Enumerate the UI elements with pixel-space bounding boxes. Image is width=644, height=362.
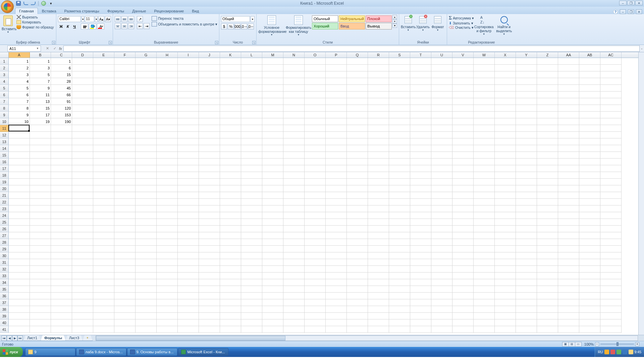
cell[interactable]: [283, 159, 305, 165]
cell[interactable]: [537, 219, 558, 226]
cell[interactable]: [452, 92, 474, 98]
cell[interactable]: [93, 306, 114, 313]
cell[interactable]: [305, 152, 326, 159]
cell[interactable]: [389, 313, 410, 319]
cell[interactable]: [51, 293, 72, 299]
cell[interactable]: [410, 246, 431, 252]
row-header[interactable]: 18: [0, 172, 9, 179]
cell[interactable]: [199, 112, 220, 118]
cell[interactable]: [326, 85, 347, 92]
align-top-button[interactable]: [115, 16, 121, 22]
cell[interactable]: [474, 266, 495, 273]
cell[interactable]: [199, 319, 220, 326]
cell[interactable]: [389, 259, 410, 266]
column-headers[interactable]: ABCDEFGHIJKLMNOPQRSTUVWXYZAAABAC: [0, 52, 638, 58]
vertical-scrollbar[interactable]: [638, 52, 644, 335]
row-header[interactable]: 15: [0, 152, 9, 159]
sheet-tab[interactable]: Лист1: [23, 335, 41, 341]
cell[interactable]: [241, 105, 262, 112]
cell[interactable]: [72, 252, 93, 259]
cell[interactable]: [579, 232, 600, 239]
cell[interactable]: [157, 212, 178, 219]
column-header[interactable]: T: [410, 52, 431, 58]
cell[interactable]: [136, 239, 157, 246]
cell[interactable]: [389, 159, 410, 165]
cell[interactable]: [93, 286, 114, 293]
cell[interactable]: [347, 105, 368, 112]
merge-center-button[interactable]: Объединить и поместить в центре ▾: [152, 22, 217, 26]
cell[interactable]: [558, 219, 579, 226]
cell[interactable]: [30, 319, 51, 326]
cell[interactable]: [157, 98, 178, 105]
cell[interactable]: [114, 192, 136, 199]
cell[interactable]: [157, 159, 178, 165]
cell[interactable]: [368, 279, 389, 286]
cell[interactable]: [241, 199, 262, 205]
cell[interactable]: [199, 58, 220, 65]
cell[interactable]: [9, 319, 30, 326]
cell[interactable]: [9, 286, 30, 293]
cell[interactable]: [199, 152, 220, 159]
cell[interactable]: [262, 299, 283, 306]
cell[interactable]: [241, 246, 262, 252]
cell[interactable]: [51, 239, 72, 246]
cell[interactable]: [579, 105, 600, 112]
row-header[interactable]: 9: [0, 112, 9, 118]
cell[interactable]: [474, 232, 495, 239]
cell[interactable]: [93, 226, 114, 232]
column-header[interactable]: Z: [537, 52, 558, 58]
cell[interactable]: [136, 179, 157, 185]
cell[interactable]: [368, 58, 389, 65]
cell[interactable]: [452, 152, 474, 159]
cell[interactable]: [368, 85, 389, 92]
cell[interactable]: [136, 65, 157, 71]
cell[interactable]: [9, 326, 30, 333]
cell[interactable]: [220, 259, 241, 266]
cell[interactable]: [452, 212, 474, 219]
cell[interactable]: 7: [9, 98, 30, 105]
cell[interactable]: [241, 279, 262, 286]
cell[interactable]: [136, 132, 157, 138]
cell[interactable]: [452, 185, 474, 192]
cell[interactable]: [431, 98, 452, 105]
cell[interactable]: [326, 138, 347, 145]
cell[interactable]: [579, 326, 600, 333]
cell[interactable]: [241, 78, 262, 85]
style-bad[interactable]: Плохой: [366, 15, 392, 22]
cell[interactable]: [114, 85, 136, 92]
cell[interactable]: [51, 185, 72, 192]
cell[interactable]: [114, 98, 136, 105]
cell[interactable]: [220, 299, 241, 306]
cell[interactable]: [114, 78, 136, 85]
cell[interactable]: [495, 313, 516, 319]
cell[interactable]: [410, 138, 431, 145]
cell[interactable]: [558, 78, 579, 85]
cell[interactable]: [326, 212, 347, 219]
column-header[interactable]: L: [241, 52, 262, 58]
cell[interactable]: [389, 212, 410, 219]
cell[interactable]: [600, 279, 622, 286]
cell[interactable]: [262, 279, 283, 286]
cell[interactable]: [30, 286, 51, 293]
cell[interactable]: [93, 92, 114, 98]
cell[interactable]: [220, 226, 241, 232]
cell[interactable]: [136, 185, 157, 192]
page-break-view-icon[interactable]: ▭: [575, 342, 582, 347]
cell[interactable]: [389, 286, 410, 293]
cell[interactable]: [431, 92, 452, 98]
paste-button[interactable]: Вставить ▼: [2, 15, 14, 33]
cell[interactable]: [368, 179, 389, 185]
cell[interactable]: [262, 179, 283, 185]
cell[interactable]: [326, 92, 347, 98]
cell[interactable]: [431, 179, 452, 185]
cell[interactable]: [51, 286, 72, 293]
cell[interactable]: [30, 232, 51, 239]
cell[interactable]: [283, 293, 305, 299]
cell[interactable]: [93, 165, 114, 172]
close-button[interactable]: ✕: [635, 1, 643, 5]
cell[interactable]: [199, 105, 220, 112]
column-header[interactable]: G: [136, 52, 157, 58]
cell[interactable]: [157, 112, 178, 118]
cell[interactable]: [93, 159, 114, 165]
cell[interactable]: [136, 313, 157, 319]
